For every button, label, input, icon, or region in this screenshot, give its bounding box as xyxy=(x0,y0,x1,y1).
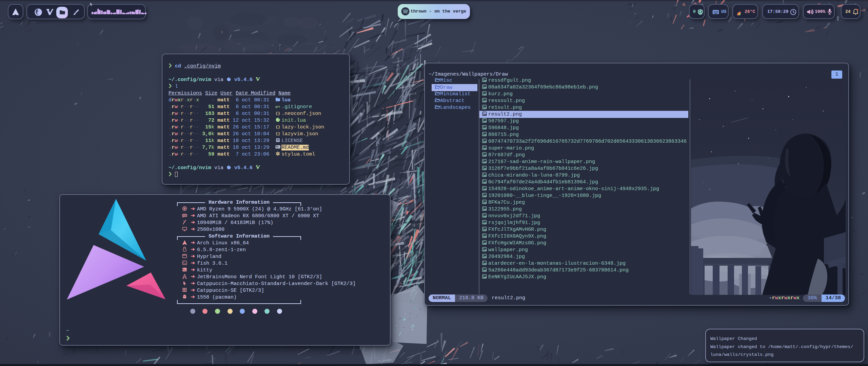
svg-text:{}: {} xyxy=(276,132,280,136)
svg-text:git: git xyxy=(275,105,280,108)
svg-text:{}: {} xyxy=(276,111,280,116)
svg-text:{}: {} xyxy=(276,125,280,129)
